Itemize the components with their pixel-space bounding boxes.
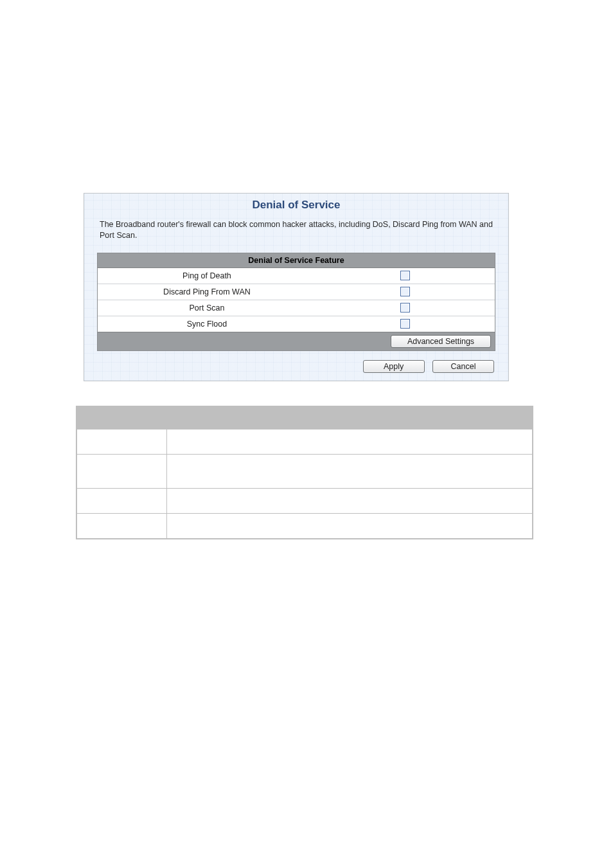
desc-cell [166, 513, 533, 539]
apply-button[interactable]: Apply [363, 360, 425, 373]
table-header-desc [166, 406, 533, 429]
dos-settings-panel: Denial of Service The Broadband router's… [84, 193, 509, 381]
advanced-settings-button[interactable]: Advanced Settings [391, 335, 491, 348]
feature-footer: Advanced Settings [98, 332, 495, 350]
checkbox-ping-of-death[interactable] [400, 271, 410, 280]
parameter-description-table [76, 406, 533, 539]
desc-cell [166, 454, 533, 488]
feature-label: Discard Ping From WAN [98, 285, 316, 299]
param-cell [76, 488, 166, 513]
page-description: The Broadband router's firewall can bloc… [84, 215, 508, 253]
desc-cell [166, 488, 533, 513]
checkbox-port-scan[interactable] [400, 303, 410, 312]
desc-cell [166, 429, 533, 454]
param-cell [76, 513, 166, 539]
feature-label: Ping of Death [98, 269, 316, 283]
feature-label: Sync Flood [98, 317, 316, 331]
page-title: Denial of Service [84, 194, 508, 215]
feature-table: Denial of Service Feature Ping of Death … [97, 253, 495, 351]
table-header-param [76, 406, 166, 429]
table-row [76, 513, 533, 539]
checkbox-sync-flood[interactable] [400, 319, 410, 329]
feature-label: Port Scan [98, 301, 316, 315]
feature-row: Port Scan [98, 300, 495, 316]
feature-row: Sync Flood [98, 316, 495, 332]
feature-row: Ping of Death [98, 268, 495, 284]
cancel-button[interactable]: Cancel [432, 360, 494, 373]
feature-row: Discard Ping From WAN [98, 284, 495, 300]
param-cell [76, 429, 166, 454]
table-row [76, 429, 533, 454]
action-row: Apply Cancel [84, 351, 508, 374]
feature-table-header: Denial of Service Feature [98, 253, 495, 268]
table-row [76, 488, 533, 513]
checkbox-discard-ping-from-wan[interactable] [400, 287, 410, 296]
param-cell [76, 454, 166, 488]
table-row [76, 454, 533, 488]
